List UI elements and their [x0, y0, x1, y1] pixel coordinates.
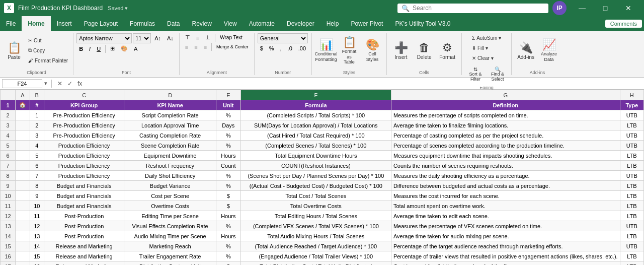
- cell-e-9[interactable]: %: [216, 181, 240, 191]
- cell-f-5[interactable]: (Completed Scenes / Total Scenes) * 100: [240, 141, 391, 151]
- cell-a-11[interactable]: [16, 201, 30, 211]
- cell-c-10[interactable]: Budget and Financials: [44, 191, 124, 201]
- cell-a-9[interactable]: [16, 181, 30, 191]
- cell-b-13[interactable]: 12: [30, 221, 44, 231]
- cell-c-7[interactable]: Production Efficiency: [44, 161, 124, 171]
- cell-a-3[interactable]: [16, 120, 30, 130]
- cell-e-12[interactable]: Hours: [216, 211, 240, 221]
- cell-g-9[interactable]: Difference between budgeted and actual c…: [391, 181, 620, 191]
- cell-b-12[interactable]: 11: [30, 211, 44, 221]
- cell-h-12[interactable]: LTB: [620, 211, 643, 221]
- cell-d-13[interactable]: Visual Effects Completion Rate: [124, 221, 216, 231]
- cell-f-11[interactable]: Total Overtime Costs: [240, 201, 391, 211]
- cell-e-2[interactable]: %: [216, 110, 240, 120]
- header-cell-type[interactable]: Type: [620, 100, 643, 110]
- row-header-9[interactable]: 9: [1, 181, 16, 191]
- cell-h-17[interactable]: LTB: [620, 261, 643, 266]
- cell-c-4[interactable]: Pre-Production Efficiency: [44, 130, 124, 141]
- cell-a-16[interactable]: [16, 251, 30, 261]
- fill-color-button[interactable]: 🎨: [118, 44, 130, 53]
- cell-b-10[interactable]: 9: [30, 191, 44, 201]
- cell-a-7[interactable]: [16, 161, 30, 171]
- cell-b-7[interactable]: 6: [30, 161, 44, 171]
- comma-button[interactable]: ,: [278, 44, 284, 52]
- cell-e-7[interactable]: Count: [216, 161, 240, 171]
- cell-b-8[interactable]: 7: [30, 171, 44, 181]
- conditional-formatting-button[interactable]: 📊 ConditionalFormatting: [315, 35, 337, 65]
- cell-reference-box[interactable]: [2, 79, 42, 88]
- border-button[interactable]: ⊞: [108, 44, 117, 53]
- cell-c-17[interactable]: Release and Marketing: [44, 261, 124, 266]
- row-header-14[interactable]: 14: [1, 231, 16, 241]
- row-header-2[interactable]: 2: [1, 110, 16, 120]
- cell-f-12[interactable]: Total Editing Hours / Total Scenes: [240, 211, 391, 221]
- fill-button[interactable]: ⬇ Fill ▾: [470, 43, 503, 53]
- cell-b-17[interactable]: 16: [30, 261, 44, 266]
- cell-a-13[interactable]: [16, 221, 30, 231]
- cell-h-13[interactable]: UTB: [620, 221, 643, 231]
- font-color-button[interactable]: A: [131, 45, 140, 53]
- cell-e-11[interactable]: $: [216, 201, 240, 211]
- cell-c-13[interactable]: Post-Production: [44, 221, 124, 231]
- format-as-table-button[interactable]: 📋 Format asTable: [338, 35, 360, 65]
- cell-c-5[interactable]: Production Efficiency: [44, 141, 124, 151]
- cell-c-2[interactable]: Pre-Production Efficiency: [44, 110, 124, 120]
- tab-review[interactable]: Review: [186, 16, 217, 31]
- analyze-data-button[interactable]: 📈 AnalyzeData: [538, 35, 560, 65]
- increase-decimal-button[interactable]: .0: [285, 44, 295, 52]
- cell-a-15[interactable]: [16, 241, 30, 251]
- row-header-7[interactable]: 7: [1, 161, 16, 171]
- tab-data[interactable]: Data: [161, 16, 186, 31]
- decrease-font-button[interactable]: A↓: [165, 34, 176, 42]
- cell-b-15[interactable]: 14: [30, 241, 44, 251]
- cell-f-9[interactable]: ((Actual Cost - Budgeted Cost) / Budgete…: [240, 181, 391, 191]
- col-header-e[interactable]: E: [216, 90, 240, 100]
- percent-button[interactable]: %: [267, 44, 277, 52]
- row-header-16[interactable]: 16: [1, 251, 16, 261]
- row-header-13[interactable]: 13: [1, 221, 16, 231]
- search-input[interactable]: [413, 5, 533, 12]
- cell-a-4[interactable]: [16, 130, 30, 141]
- header-cell-kpi-group[interactable]: KPI Group: [44, 100, 124, 110]
- cell-c-11[interactable]: Budget and Financials: [44, 201, 124, 211]
- header-cell-formula[interactable]: Formula: [240, 100, 391, 110]
- comments-button[interactable]: Comments: [605, 20, 642, 28]
- cell-a-12[interactable]: [16, 211, 30, 221]
- cell-b-3[interactable]: 2: [30, 120, 44, 130]
- col-header-h[interactable]: H: [620, 90, 643, 100]
- cell-d-7[interactable]: Reshoot Frequency: [124, 161, 216, 171]
- cell-b-6[interactable]: 5: [30, 151, 44, 161]
- delete-button[interactable]: 🗑 Delete: [413, 35, 435, 65]
- cell-a-5[interactable]: [16, 141, 30, 151]
- wrap-text-button[interactable]: Wrap Text: [217, 34, 245, 41]
- close-button[interactable]: ✕: [617, 0, 640, 16]
- align-left-button[interactable]: ≡: [183, 43, 191, 51]
- header-cell-definition[interactable]: Definition: [391, 100, 620, 110]
- cell-h-16[interactable]: LTB: [620, 251, 643, 261]
- cell-d-9[interactable]: Budget Variance: [124, 181, 216, 191]
- cell-f-17[interactable]: Total Distribution Cost / Total Units Di…: [240, 261, 391, 266]
- cell-h-6[interactable]: LTB: [620, 151, 643, 161]
- cell-g-8[interactable]: Measures the daily shooting efficiency a…: [391, 171, 620, 181]
- cell-h-7[interactable]: LTB: [620, 161, 643, 171]
- cell-f-14[interactable]: Total Audio Mixing Hours / Total Scenes: [240, 231, 391, 241]
- col-header-g[interactable]: G: [391, 90, 620, 100]
- row-header-3[interactable]: 3: [1, 120, 16, 130]
- cell-g-2[interactable]: Measures the percentage of scripts compl…: [391, 110, 620, 120]
- cell-e-3[interactable]: Days: [216, 120, 240, 130]
- cell-e-16[interactable]: %: [216, 251, 240, 261]
- insert-function-button[interactable]: fx: [76, 80, 84, 87]
- spreadsheet-container[interactable]: A B C D E F G H 1 🏠 # KPI Group KPI Name…: [0, 90, 644, 265]
- cell-d-3[interactable]: Location Approval Time: [124, 120, 216, 130]
- cell-g-15[interactable]: Percentage of the target audience reache…: [391, 241, 620, 251]
- cancel-formula-button[interactable]: ✕: [56, 80, 64, 87]
- cell-a-10[interactable]: [16, 191, 30, 201]
- cell-b-2[interactable]: 1: [30, 110, 44, 120]
- cell-h-4[interactable]: UTB: [620, 130, 643, 141]
- header-cell-kpi-name[interactable]: KPI Name: [124, 100, 216, 110]
- cell-b-14[interactable]: 13: [30, 231, 44, 241]
- cell-e-5[interactable]: %: [216, 141, 240, 151]
- cell-d-11[interactable]: Overtime Costs: [124, 201, 216, 211]
- cell-d-16[interactable]: Trailer Engagement Rate: [124, 251, 216, 261]
- cell-g-11[interactable]: Total amount spent on overtime work.: [391, 201, 620, 211]
